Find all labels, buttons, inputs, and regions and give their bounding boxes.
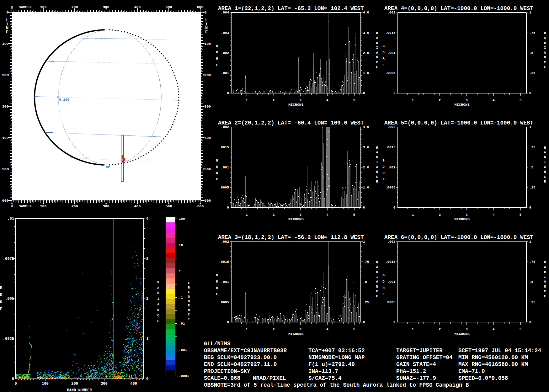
svg-text:2: 2 xyxy=(273,98,274,102)
svg-text:MICRONS: MICRONS xyxy=(455,332,470,336)
svg-text:200: 200 xyxy=(205,73,211,77)
svg-text:A: A xyxy=(376,36,378,40)
svg-text:F: F xyxy=(382,177,384,181)
svg-text:E: E xyxy=(544,65,546,69)
svg-text:400: 400 xyxy=(134,204,141,208)
svg-text:R: R xyxy=(216,286,218,290)
svg-text:E: E xyxy=(188,290,190,294)
svg-text:I: I xyxy=(544,275,546,279)
svg-text:A: A xyxy=(376,151,378,154)
svg-text:D: D xyxy=(216,50,218,54)
svg-text:E: E xyxy=(205,30,208,34)
svg-text:500: 500 xyxy=(2,167,9,171)
svg-text:1.0: 1.0 xyxy=(363,186,369,189)
svg-text:U: U xyxy=(188,299,190,303)
svg-text:4: 4 xyxy=(493,98,495,102)
svg-text:MICRONS: MICRONS xyxy=(455,217,470,221)
svg-text:2: 2 xyxy=(439,213,441,217)
svg-text:5: 5 xyxy=(353,213,355,217)
svg-text:MICRONS: MICRONS xyxy=(288,103,303,107)
svg-text:A: A xyxy=(157,303,159,306)
svg-text:200: 200 xyxy=(72,5,78,9)
svg-text:D: D xyxy=(216,165,218,169)
svg-text:PROJECTION=SKY: PROJECTION=SKY xyxy=(204,368,250,374)
svg-text:300: 300 xyxy=(101,382,108,386)
svg-text:R: R xyxy=(157,280,159,284)
svg-text:B: B xyxy=(382,159,385,162)
svg-text:AREA 1=(22,1,2,2) LAT= -65.2 L: AREA 1=(22,1,2,2) LAT= -65.2 LON= 102.4 … xyxy=(218,5,364,12)
svg-text:AREA 4=(0,0,0,0) LAT=-1000.0 L: AREA 4=(0,0,0,0) LAT=-1000.0 LON=-1000.0… xyxy=(384,5,534,12)
svg-text:B: B xyxy=(382,44,385,48)
svg-text:.0015: .0015 xyxy=(385,31,395,35)
svg-text:MIN RNG=4560120.00 KM: MIN RNG=4560120.00 KM xyxy=(458,354,528,361)
svg-text:E: E xyxy=(188,304,190,307)
svg-text:MRAD/PIXEL: MRAD/PIXEL xyxy=(253,375,286,381)
svg-text:.001: .001 xyxy=(179,348,187,352)
svg-text:3: 3 xyxy=(300,327,301,331)
svg-text:600: 600 xyxy=(197,204,204,208)
svg-text:.0025: .0025 xyxy=(3,337,14,341)
svg-text:R: R xyxy=(382,286,385,290)
svg-text:.0005: .0005 xyxy=(385,71,395,75)
svg-text:.001: .001 xyxy=(387,280,396,284)
svg-text:R: R xyxy=(382,171,385,175)
svg-text:.25: .25 xyxy=(529,300,535,304)
svg-text:1: 1 xyxy=(412,98,414,102)
svg-text:A: A xyxy=(376,280,378,283)
svg-text:C: C xyxy=(157,314,159,317)
svg-text:R: R xyxy=(216,57,218,61)
svg-text:.5: .5 xyxy=(529,166,533,169)
svg-text:MICRONS: MICRONS xyxy=(455,103,470,107)
svg-text:100: 100 xyxy=(179,217,185,221)
svg-text:EMA=71.0: EMA=71.0 xyxy=(458,368,485,374)
svg-text:TCA=+007 03:16:52: TCA=+007 03:16:52 xyxy=(308,347,365,354)
svg-text:300: 300 xyxy=(103,204,109,208)
svg-text:.0015: .0015 xyxy=(385,260,395,264)
svg-text:A: A xyxy=(544,165,546,169)
svg-text:I: I xyxy=(544,160,546,164)
svg-text:.75: .75 xyxy=(363,260,369,264)
svg-text:D: D xyxy=(216,280,218,283)
svg-text:1: 1 xyxy=(412,213,414,217)
svg-text:500: 500 xyxy=(166,204,172,208)
svg-text:C: C xyxy=(544,61,546,64)
svg-text:E: E xyxy=(157,319,159,323)
svg-text:C: C xyxy=(376,175,378,179)
svg-text:E: E xyxy=(544,180,546,183)
svg-text:0: 0 xyxy=(529,91,531,95)
svg-text:R: R xyxy=(216,171,218,175)
svg-text:END SCLK=04027927.11.0: END SCLK=04027927.11.0 xyxy=(204,361,277,368)
svg-text:C: C xyxy=(376,61,378,64)
svg-text:A: A xyxy=(544,265,546,269)
svg-text:E: E xyxy=(544,294,546,298)
svg-text:F: F xyxy=(216,63,218,67)
svg-text:SP: SP xyxy=(106,165,110,169)
svg-text:3: 3 xyxy=(466,98,467,102)
svg-text:N: N xyxy=(376,56,378,59)
svg-text:4: 4 xyxy=(493,327,495,331)
svg-text:Q: Q xyxy=(188,295,190,299)
svg-text:.1: .1 xyxy=(179,296,183,299)
svg-text:3: 3 xyxy=(146,257,148,261)
svg-text:.5: .5 xyxy=(529,280,533,284)
svg-text:2: 2 xyxy=(273,327,274,331)
svg-text:R: R xyxy=(188,286,190,289)
svg-text:.0005: .0005 xyxy=(219,186,229,189)
svg-text:D: D xyxy=(376,41,378,45)
svg-text:.001: .001 xyxy=(221,166,229,169)
svg-text:TARGET=JUPITER: TARGET=JUPITER xyxy=(396,347,443,354)
svg-text:MICRONS: MICRONS xyxy=(288,332,303,336)
svg-text:R: R xyxy=(376,146,378,150)
svg-text:I: I xyxy=(376,160,378,164)
svg-text:.001: .001 xyxy=(387,166,396,169)
svg-text:F(1 u)=2792.49: F(1 u)=2792.49 xyxy=(308,361,355,368)
svg-text:F: F xyxy=(216,177,218,181)
svg-text:0: 0 xyxy=(205,10,207,14)
svg-text:400: 400 xyxy=(134,5,141,9)
svg-text:.001: .001 xyxy=(221,71,229,75)
svg-text:BAND NUMBER: BAND NUMBER xyxy=(67,388,92,392)
svg-text:E: E xyxy=(6,30,8,34)
svg-text:1: 1 xyxy=(246,327,248,331)
svg-text:.0005: .0005 xyxy=(385,300,395,304)
svg-text:500: 500 xyxy=(166,5,172,9)
